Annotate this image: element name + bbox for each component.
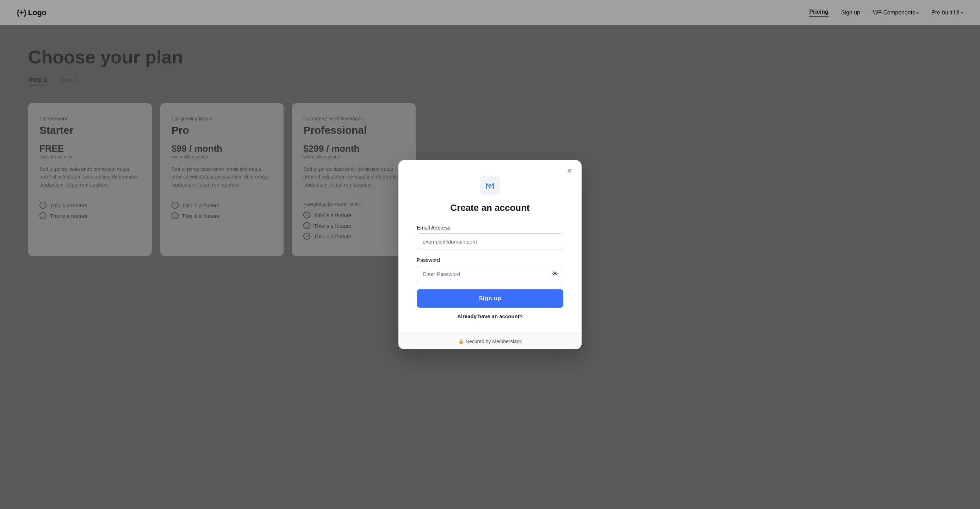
email-input[interactable]	[417, 233, 563, 250]
modal-title: Create an account	[417, 202, 563, 213]
modal-logo-icon	[480, 176, 500, 195]
password-form-group: Password 👁	[417, 257, 563, 282]
svg-point-0	[484, 179, 496, 192]
modal-create-account: × Create an account Email Address Passwo…	[398, 160, 582, 349]
password-input-wrapper: 👁	[417, 266, 563, 282]
password-toggle-icon[interactable]: 👁	[552, 270, 558, 278]
email-label: Email Address	[417, 225, 563, 231]
already-account-link[interactable]: Already have an account?	[417, 313, 563, 319]
password-input[interactable]	[417, 266, 563, 282]
signup-button[interactable]: Sign up	[417, 289, 563, 308]
email-form-group: Email Address	[417, 225, 563, 250]
shield-icon: 🔒	[458, 339, 464, 344]
modal-body: Create an account Email Address Password…	[398, 160, 582, 333]
secured-by-text: Secured by Memberstack	[466, 339, 522, 344]
password-label: Password	[417, 257, 563, 263]
modal-footer: 🔒 Secured by Memberstack	[398, 333, 582, 349]
modal-close-button[interactable]: ×	[564, 166, 574, 176]
modal-overlay[interactable]: × Create an account Email Address Passwo…	[0, 0, 980, 509]
